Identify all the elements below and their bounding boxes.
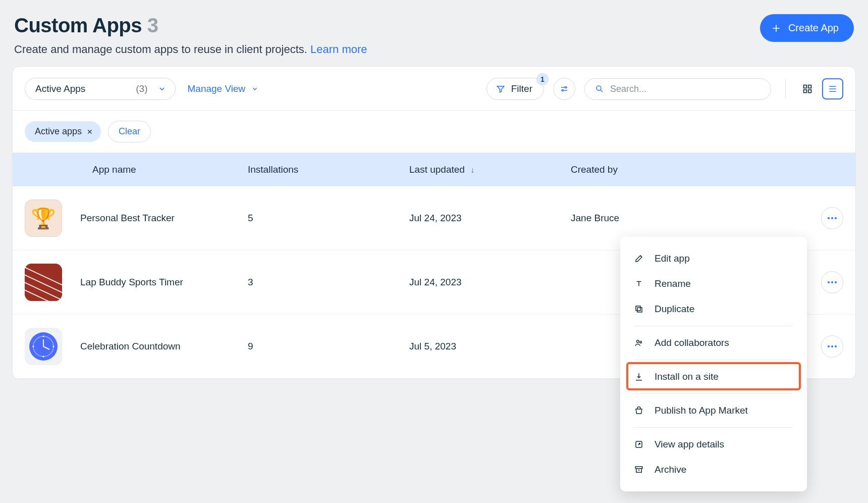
menu-archive[interactable]: Archive [620,457,807,482]
search-icon [595,84,604,93]
svg-point-18 [43,356,44,358]
menu-duplicate[interactable]: Duplicate [620,296,807,322]
app-icon-track [25,264,62,301]
more-horizontal-icon [827,217,837,220]
column-installations[interactable]: Installations [248,164,409,175]
filter-badge: 1 [536,73,549,85]
svg-point-2 [596,86,601,90]
installations-value: 3 [248,277,409,288]
close-icon[interactable]: ✕ [87,128,93,136]
view-select-label: Active Apps [35,83,85,94]
search-box[interactable] [584,78,771,100]
pencil-icon [634,254,645,263]
create-app-button[interactable]: Create App [760,14,854,42]
active-apps-chip[interactable]: Active apps ✕ [25,121,101,142]
chevron-down-icon [251,85,258,92]
menu-publish[interactable]: Publish to App Market [620,398,807,423]
menu-add-collaborators[interactable]: Add collaborators [620,330,807,356]
svg-point-17 [53,346,55,347]
page-subtitle: Create and manage custom apps to reuse i… [14,43,367,56]
list-view-button[interactable] [822,78,843,99]
app-name: Personal Best Tracker [80,213,175,224]
download-icon [634,372,645,381]
text-icon [634,279,645,288]
menu-separator [634,393,793,394]
svg-point-1 [562,90,564,91]
updated-value: Jul 5, 2023 [409,341,571,352]
column-name[interactable]: App name [25,164,248,175]
duplicate-icon [634,305,645,314]
sliders-icon [560,84,569,93]
svg-point-12 [831,281,833,283]
archive-icon [634,465,645,474]
page-titles: Custom Apps 3 Create and manage custom a… [14,14,367,56]
adjust-button[interactable] [553,78,575,100]
table-header: App name Installations Last updated ↓ Cr… [13,153,855,186]
column-created-by[interactable]: Created by [571,164,783,175]
menu-rename[interactable]: Rename [620,271,807,296]
svg-point-16 [43,336,44,337]
search-input[interactable] [610,84,761,94]
details-icon [634,440,645,449]
installations-value: 9 [248,341,409,352]
svg-point-25 [637,340,639,343]
sort-descending-icon: ↓ [470,166,474,174]
people-icon [634,338,645,347]
svg-rect-23 [636,306,640,311]
menu-view-details[interactable]: View app details [620,432,807,457]
list-icon [828,84,838,94]
menu-edit-app[interactable]: Edit app [620,246,807,271]
more-horizontal-icon [827,345,837,348]
clear-filters-button[interactable]: Clear [108,121,151,142]
chip-label: Active apps [35,126,82,137]
market-icon [634,406,645,415]
manage-view-button[interactable]: Manage View [188,83,259,94]
updated-value: Jul 24, 2023 [409,277,571,288]
toolbar-divider [785,79,786,98]
page-title-count: 3 [147,14,158,36]
menu-install-on-site[interactable]: Install on a site [620,364,807,389]
create-app-label: Create App [788,22,839,34]
grid-icon [802,84,812,94]
svg-point-21 [831,345,833,347]
row-actions-button[interactable] [821,335,843,358]
svg-point-20 [828,345,830,347]
view-select-count: (3) [136,83,147,94]
row-actions-button[interactable] [821,271,843,293]
filter-chips-row: Active apps ✕ Clear [13,111,855,153]
filter-button[interactable]: Filter 1 [486,78,544,100]
view-select[interactable]: Active Apps (3) [25,78,176,100]
page-title-text: Custom Apps [14,14,142,36]
updated-value: Jul 24, 2023 [409,213,571,224]
menu-separator [634,360,793,360]
apps-panel: Active Apps (3) Manage View Filter 1 [12,66,856,379]
svg-point-28 [639,443,640,444]
svg-point-9 [835,217,837,219]
toolbar: Active Apps (3) Manage View Filter 1 [13,67,855,111]
menu-separator [634,427,793,428]
installations-value: 5 [248,213,409,224]
table-body: 🏆 Personal Best Tracker 5 Jul 24, 2023 J… [13,186,855,379]
grid-view-button[interactable] [797,78,818,99]
more-horizontal-icon [827,281,837,284]
svg-rect-29 [635,467,642,469]
created-by-value: Jane Bruce [571,213,783,224]
app-name: Lap Buddy Sports Timer [80,277,183,288]
svg-point-7 [828,217,830,219]
subtitle-text: Create and manage custom apps to reuse i… [14,43,307,56]
svg-point-22 [835,345,837,347]
row-context-menu: Edit app Rename Duplicate Add collaborat [620,237,807,491]
svg-point-19 [33,346,34,347]
svg-rect-3 [804,85,807,88]
app-icon-trophy: 🏆 [25,199,62,237]
row-actions-button[interactable] [821,207,843,229]
column-last-updated[interactable]: Last updated ↓ [409,164,571,175]
page-title: Custom Apps 3 [14,14,367,37]
svg-rect-4 [808,85,811,88]
svg-point-26 [640,341,642,343]
filter-label: Filter [511,83,532,94]
svg-rect-24 [637,308,642,312]
learn-more-link[interactable]: Learn more [310,43,367,56]
app-name: Celebration Countdown [80,341,181,352]
manage-view-label: Manage View [188,83,246,94]
